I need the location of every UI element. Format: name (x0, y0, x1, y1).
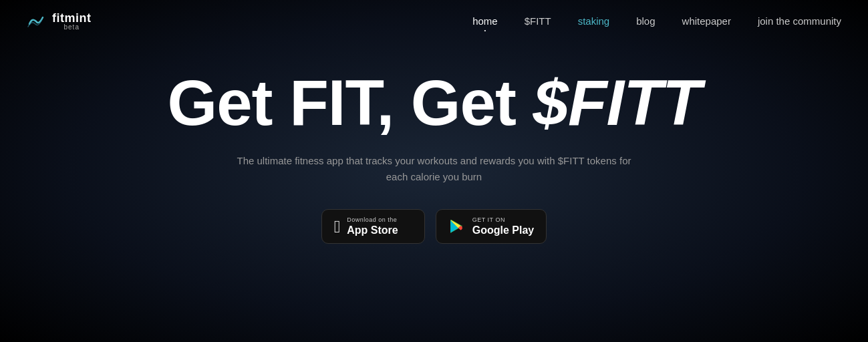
navbar: fitmint beta home $FITT staking blog whi… (0, 0, 868, 43)
nav-item-blog[interactable]: blog (636, 15, 655, 27)
logo-name: fitmint (52, 12, 91, 24)
nav-item-community[interactable]: join the community (758, 15, 841, 27)
google-play-large-text: Google Play (472, 224, 534, 236)
nav-item-staking[interactable]: staking (578, 15, 610, 27)
app-store-button[interactable]:  Download on the App Store (321, 209, 425, 244)
nav-links: home $FITT staking blog whitepaper join … (472, 15, 841, 27)
hero-title-part2: $FITT (533, 67, 701, 138)
logo-beta: beta (52, 24, 91, 31)
nav-link-staking[interactable]: staking (578, 15, 610, 27)
google-play-small-text: GET IT ON (472, 216, 505, 224)
nav-link-home[interactable]: home (472, 15, 498, 27)
nav-item-home[interactable]: home (472, 15, 498, 27)
nav-item-whitepaper[interactable]: whitepaper (682, 15, 731, 27)
nav-item-fitt[interactable]: $FITT (525, 15, 551, 27)
nav-link-whitepaper[interactable]: whitepaper (682, 15, 731, 27)
nav-link-blog[interactable]: blog (636, 15, 655, 27)
hero-subtitle: The ultimate fitness app that tracks you… (227, 153, 641, 185)
apple-icon:  (334, 218, 341, 235)
logo-text-group: fitmint beta (52, 12, 91, 31)
google-play-button[interactable]: GET IT ON Google Play (436, 209, 547, 244)
app-store-text: Download on the App Store (347, 216, 398, 236)
hero-title: Get FIT, Get $FITT (167, 69, 700, 137)
app-buttons:  Download on the App Store GET IT ON Go… (321, 209, 547, 244)
google-play-icon (448, 218, 466, 235)
app-store-small-text: Download on the (347, 216, 397, 224)
app-store-large-text: App Store (347, 224, 398, 236)
fitmint-logo-icon (27, 12, 45, 31)
hero-section: Get FIT, Get $FITT The ultimate fitness … (0, 43, 868, 264)
logo-area[interactable]: fitmint beta (27, 12, 91, 31)
nav-link-fitt[interactable]: $FITT (525, 15, 551, 27)
google-play-text: GET IT ON Google Play (472, 216, 534, 236)
hero-title-part1: Get FIT, Get (167, 67, 533, 138)
nav-link-community[interactable]: join the community (758, 15, 841, 27)
